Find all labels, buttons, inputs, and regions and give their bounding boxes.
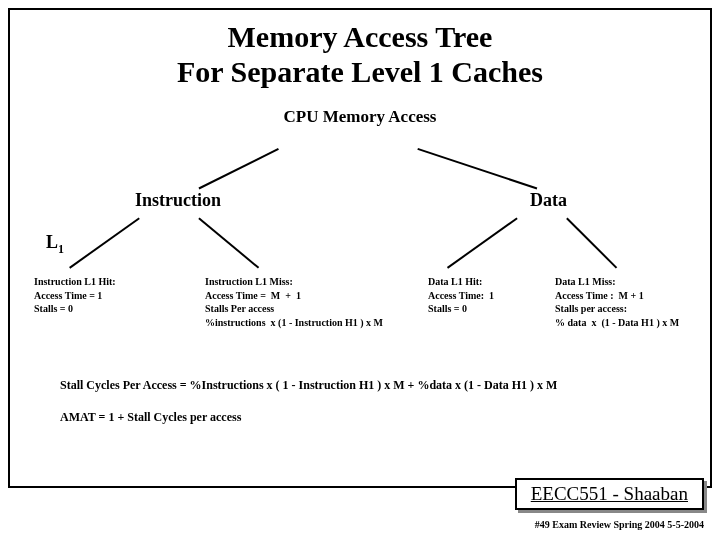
svg-line-1 — [418, 149, 537, 189]
footer-attribution: EECC551 - Shaaban — [515, 478, 704, 510]
leaf-data-hit: Data L1 Hit: Access Time: 1 Stalls = 0 — [428, 275, 494, 316]
l1-label: L1 — [46, 232, 64, 257]
leaf-instr-hit: Instruction L1 Hit: Access Time = 1 Stal… — [34, 275, 116, 316]
leaf-instr-miss: Instruction L1 Miss: Access Time = M + 1… — [205, 275, 383, 329]
svg-line-0 — [199, 149, 279, 189]
svg-line-5 — [567, 218, 617, 268]
slide-frame: Memory Access Tree For Separate Level 1 … — [8, 8, 712, 488]
footer-text: EECC551 - Shaaban — [531, 483, 688, 504]
title-line1: Memory Access Tree — [228, 20, 493, 53]
l1-sub: 1 — [58, 242, 64, 256]
data-node: Data — [530, 190, 567, 211]
leaf-data-miss: Data L1 Miss: Access Time : M + 1 Stalls… — [555, 275, 679, 329]
title-line2: For Separate Level 1 Caches — [177, 55, 543, 88]
slide-number: #49 Exam Review Spring 2004 5-5-2004 — [535, 519, 704, 530]
instruction-node: Instruction — [135, 190, 221, 211]
svg-line-3 — [199, 218, 259, 268]
svg-line-2 — [70, 218, 140, 268]
root-node: CPU Memory Access — [10, 107, 710, 127]
formula-stall: Stall Cycles Per Access = %Instructions … — [60, 378, 557, 393]
slide-title: Memory Access Tree For Separate Level 1 … — [10, 20, 710, 89]
l1-pre: L — [46, 232, 58, 252]
svg-line-4 — [448, 218, 518, 268]
formula-amat: AMAT = 1 + Stall Cycles per access — [60, 410, 241, 425]
